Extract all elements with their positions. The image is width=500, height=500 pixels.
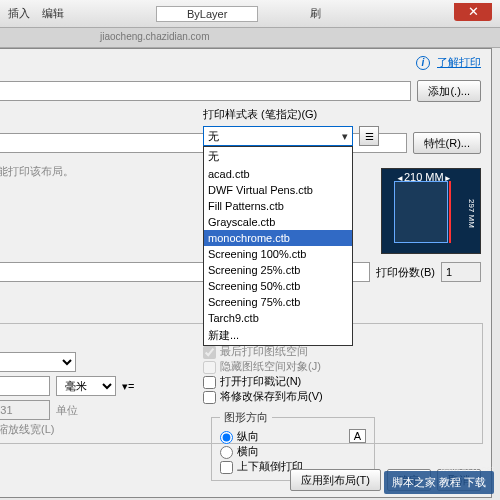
orientation-legend: 图形方向 xyxy=(220,410,272,425)
style-option[interactable]: Screening 50%.ctb xyxy=(204,278,352,294)
copies-label: 打印份数(B) xyxy=(376,265,435,280)
add-button[interactable]: 添加(.)... xyxy=(417,80,481,102)
orientation-icon: A xyxy=(349,429,366,443)
scale-lineweight: 缩放线宽(L) xyxy=(0,423,54,435)
watermark-text: 脚本之家 教程 下载 xyxy=(384,471,494,494)
style-option[interactable]: acad.ctb xyxy=(204,166,352,182)
scale-den xyxy=(0,400,50,420)
properties-button[interactable]: 特性(R)... xyxy=(413,132,481,154)
plot-stamp[interactable]: 打开打印戳记(N) xyxy=(203,375,301,387)
help-link[interactable]: 了解打印 xyxy=(437,56,481,68)
tool-brush[interactable]: 刷 xyxy=(310,6,321,21)
close-icon[interactable]: ✕ xyxy=(454,3,492,21)
portrait-radio[interactable]: 纵向 xyxy=(220,430,259,442)
style-option[interactable]: Fill Patterns.ctb xyxy=(204,198,352,214)
printer-combo[interactable] xyxy=(0,81,411,101)
url-bar: jiaocheng.chazidian.com xyxy=(0,28,500,48)
style-option[interactable]: Screening 100%.ctb xyxy=(204,246,352,262)
scale-den-unit: 单位 xyxy=(56,403,78,418)
scale-num-unit[interactable]: 毫米 xyxy=(56,376,116,396)
style-option[interactable]: 新建... xyxy=(204,326,352,345)
style-option[interactable]: Screening 25%.ctb xyxy=(204,262,352,278)
plot-paperspace-last: 最后打印图纸空间 xyxy=(203,345,308,357)
save-to-layout[interactable]: 将修改保存到布局(V) xyxy=(203,390,323,402)
style-option[interactable]: DWF Virtual Pens.ctb xyxy=(204,182,352,198)
app-titlebar: 插入 编辑 ByLayer 刷 ✕ xyxy=(0,0,500,28)
style-dropdown-list: 无acad.ctbDWF Virtual Pens.ctbFill Patter… xyxy=(203,146,353,346)
menu-insert[interactable]: 插入 xyxy=(8,6,30,21)
copies-input xyxy=(441,262,481,282)
plot-dialog: i 了解打印 添加(.)... 特性(R)... x配置名称之前，不能打印该布局… xyxy=(0,48,492,498)
style-option[interactable]: monochrome.ctb xyxy=(204,230,352,246)
style-option[interactable]: Screening 75%.ctb xyxy=(204,294,352,310)
style-dropdown[interactable]: 无 无acad.ctbDWF Virtual Pens.ctbFill Patt… xyxy=(203,126,353,146)
edit-style-button[interactable]: ☰ xyxy=(359,126,379,146)
style-option[interactable]: 无 xyxy=(204,147,352,166)
layer-combo[interactable]: ByLayer xyxy=(156,6,258,22)
scale-num[interactable] xyxy=(0,376,50,396)
ratio-select[interactable]: 自定义 xyxy=(0,352,76,372)
equals-icon: ▾= xyxy=(122,380,134,393)
hide-paperspace: 隐藏图纸空间对象(J) xyxy=(203,360,321,372)
style-option[interactable]: Tarch9.ctb xyxy=(204,310,352,326)
apply-button[interactable]: 应用到布局(T) xyxy=(290,469,381,491)
style-option[interactable]: Grayscale.ctb xyxy=(204,214,352,230)
style-table-label: 打印样式表 (笔指定)(G) xyxy=(203,107,383,122)
landscape-radio[interactable]: 横向 xyxy=(220,445,259,457)
dim-height: 297 MM xyxy=(467,199,476,228)
menu-edit[interactable]: 编辑 xyxy=(42,6,64,21)
paper-preview: ◄210 MM► 297 MM xyxy=(381,168,481,254)
info-icon: i xyxy=(416,56,430,70)
